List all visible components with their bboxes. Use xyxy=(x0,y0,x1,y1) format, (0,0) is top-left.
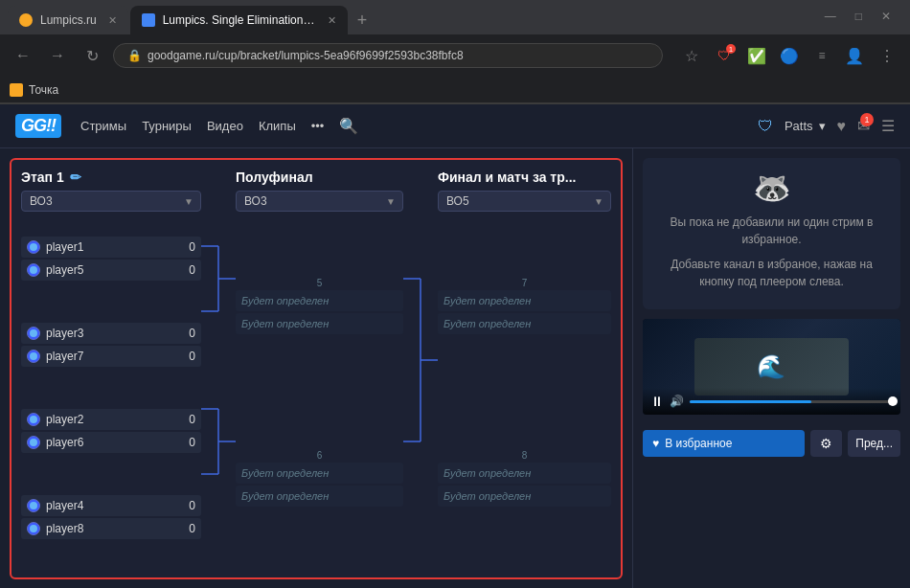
sf-match-6-player-2: Будет определен xyxy=(236,486,403,507)
preview-button[interactable]: Пред... xyxy=(848,430,900,457)
progress-bar[interactable] xyxy=(690,400,893,403)
video-controls-overlay: ⏸ 🔊 xyxy=(643,388,900,415)
nav-clips[interactable]: Клипы xyxy=(259,119,296,133)
progress-fill xyxy=(690,400,811,403)
bookmark-star-button[interactable]: ☆ xyxy=(678,42,705,69)
nav-streams[interactable]: Стримы xyxy=(80,119,126,133)
player-7-score: 0 xyxy=(184,499,195,512)
volume-icon[interactable]: 🔊 xyxy=(670,395,684,408)
match-number-5: 5 xyxy=(236,278,403,288)
player-avatar-7 xyxy=(27,499,40,512)
sf-match-5-player-1: Будет определен xyxy=(236,290,403,311)
chevron-down-icon: ▾ xyxy=(819,119,826,133)
heart-icon: ♥ xyxy=(652,437,659,450)
bookmark-favicon xyxy=(10,83,23,97)
user-menu[interactable]: Patts ▾ xyxy=(785,119,826,133)
tab-close-1[interactable]: ✕ xyxy=(108,14,117,27)
menu-button[interactable]: ⋮ xyxy=(874,42,900,69)
player-1-name: player1 xyxy=(46,240,178,254)
final8-tbd2: Будет определен xyxy=(444,490,531,502)
match-2-player-2[interactable]: player7 0 xyxy=(21,346,201,367)
match-3-player-1[interactable]: player2 0 xyxy=(21,409,201,430)
player-8-name: player8 xyxy=(46,522,178,535)
tab-lumpics[interactable]: Lumpics.ru ✕ xyxy=(8,6,128,34)
extension-btn-3[interactable]: 🔵 xyxy=(776,42,803,69)
round-2-format-select[interactable]: ВО3 xyxy=(236,191,403,212)
match-4: player4 0 player8 0 xyxy=(21,495,201,541)
match-4-player-2[interactable]: player8 0 xyxy=(21,518,201,539)
final-match-8-player-1: Будет определен xyxy=(438,463,611,484)
bookmark-label[interactable]: Точка xyxy=(29,83,58,97)
match-1: player1 0 player5 0 xyxy=(21,237,201,283)
match-4-player-1[interactable]: player4 0 xyxy=(21,495,201,516)
match-1-player-2[interactable]: player5 0 xyxy=(21,260,201,281)
minimize-button[interactable]: — xyxy=(817,8,844,25)
new-tab-button[interactable]: + xyxy=(350,6,375,34)
extension-btn-1[interactable]: 🛡 1 xyxy=(711,42,738,69)
url-bar[interactable]: 🔒 goodgame.ru/cup/bracket/lumpics-5ea96f… xyxy=(113,43,663,68)
connector-svg-1 xyxy=(201,208,236,579)
forward-button[interactable]: → xyxy=(44,42,71,69)
notifications-icon[interactable]: ☰ xyxy=(881,117,895,135)
extension-btn-2[interactable]: ✅ xyxy=(743,42,770,69)
profile-button[interactable]: 👤 xyxy=(841,42,868,69)
match-2: player3 0 player7 0 xyxy=(21,323,201,369)
match-1-player-1[interactable]: player1 0 xyxy=(21,237,201,258)
nav-video[interactable]: Видео xyxy=(207,119,243,133)
sf-match-6-player-1: Будет определен xyxy=(236,463,403,484)
match-number-7: 7 xyxy=(438,278,611,288)
tab-close-2[interactable]: ✕ xyxy=(328,14,336,27)
search-icon[interactable]: 🔍 xyxy=(339,117,358,135)
shield-icon: 🛡 xyxy=(758,118,773,135)
player-2-score: 0 xyxy=(184,263,195,277)
match-3-player-2[interactable]: player6 0 xyxy=(21,432,201,453)
extension-btn-4[interactable]: ≡ xyxy=(808,42,835,69)
username: Patts xyxy=(785,119,813,133)
sf-match-5-player-2: Будет определен xyxy=(236,313,403,334)
player-6-name: player6 xyxy=(46,436,178,449)
sf5-tbd1: Будет определен xyxy=(241,295,329,306)
nav-tournaments[interactable]: Турниры xyxy=(142,119,192,133)
messages-icon[interactable]: ✉ 1 xyxy=(857,117,870,135)
player-avatar-8 xyxy=(27,522,40,535)
player-avatar-4 xyxy=(27,350,40,363)
player-4-score: 0 xyxy=(184,350,195,363)
favorites-icon[interactable]: ♥ xyxy=(837,118,847,135)
match-2-player-1[interactable]: player3 0 xyxy=(21,323,201,344)
fav-btn-label: В избранное xyxy=(665,437,732,450)
round-1-col: Этап 1 ✏ ВО3 xyxy=(21,170,201,568)
refresh-button[interactable]: ↻ xyxy=(79,42,105,69)
sidebar-no-streams-text: Вы пока не добавили ни один стрим в избр… xyxy=(654,214,889,248)
sf6-tbd2: Будет определен xyxy=(241,490,329,502)
round-2-col: Полуфинал ВО3 5 xyxy=(236,170,403,568)
round-2-title: Полуфинал xyxy=(236,170,313,185)
player-3-name: player3 xyxy=(46,327,178,340)
player-6-score: 0 xyxy=(184,436,195,449)
sf-match-5: 5 Будет определен Будет определен xyxy=(236,276,403,336)
round-3-title: Финал и матч за тр... xyxy=(438,170,576,185)
add-to-favorites-button[interactable]: ♥ В избранное xyxy=(643,430,805,457)
player-avatar-6 xyxy=(27,436,40,449)
round-1-format-select[interactable]: ВО3 xyxy=(21,191,201,212)
final-match-7-player-2: Будет определен xyxy=(438,313,611,334)
video-thumbnail: 🌊 xyxy=(694,338,849,396)
round-3-col: Финал и матч за тр... ВО5 7 xyxy=(438,170,611,568)
round-3-format-select[interactable]: ВО5 xyxy=(438,191,611,212)
sidebar-action-buttons: ♥ В избранное ⚙ Пред... xyxy=(643,430,900,457)
maximize-button[interactable]: □ xyxy=(848,8,870,25)
final-match-8-player-2: Будет определен xyxy=(438,486,611,507)
pause-button[interactable]: ⏸ xyxy=(650,394,664,409)
edit-icon[interactable]: ✏ xyxy=(70,170,81,185)
final-match-8: 8 Будет определен Будет определен xyxy=(438,448,611,509)
sf6-tbd1: Будет определен xyxy=(241,467,329,479)
tab-goodgame[interactable]: Lumpics. Single Elimination — п... ✕ xyxy=(130,6,348,34)
close-button[interactable]: ✕ xyxy=(874,8,899,25)
final7-tbd2: Будет определен xyxy=(444,318,531,329)
player-avatar-5 xyxy=(27,413,40,426)
sidebar-message-card: 🦝 Вы пока не добавили ни один стрим в из… xyxy=(643,158,900,309)
player-8-score: 0 xyxy=(184,522,195,535)
sidebar-video-player[interactable]: 🌊 ⏸ 🔊 xyxy=(643,319,900,415)
nav-more[interactable]: ••• xyxy=(311,119,325,133)
back-button[interactable]: ← xyxy=(10,42,36,69)
settings-button[interactable]: ⚙ xyxy=(810,430,842,457)
